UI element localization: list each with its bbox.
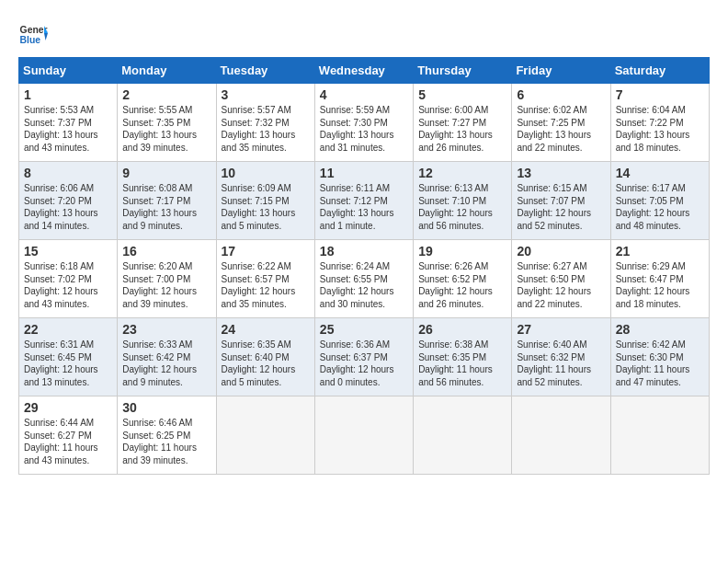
day-info-line: and 35 minutes. (222, 298, 310, 311)
day-number: 25 (320, 322, 408, 337)
day-cell-9: 9Sunrise: 6:08 AMSunset: 7:17 PMDaylight… (118, 162, 216, 240)
day-info-line: and 26 minutes. (418, 142, 506, 155)
day-info-line: Sunset: 7:22 PM (616, 117, 704, 130)
empty-cell (512, 396, 610, 475)
week-row-2: 15Sunrise: 6:18 AMSunset: 7:02 PMDayligh… (19, 240, 710, 318)
col-header-tuesday: Tuesday (216, 58, 314, 84)
day-info-line: Sunset: 7:07 PM (517, 195, 605, 208)
day-cell-20: 20Sunrise: 6:27 AMSunset: 6:50 PMDayligh… (512, 240, 610, 318)
day-number: 26 (418, 322, 506, 337)
day-info-line: and 22 minutes. (517, 298, 605, 311)
day-info-line: Sunset: 6:37 PM (320, 351, 408, 364)
day-cell-25: 25Sunrise: 6:36 AMSunset: 6:37 PMDayligh… (314, 318, 413, 396)
day-info-line: Sunrise: 6:27 AM (517, 260, 605, 273)
day-info-line: Sunset: 6:55 PM (320, 273, 408, 286)
col-header-saturday: Saturday (610, 58, 709, 84)
svg-marker-3 (44, 33, 48, 40)
day-info-line: Sunrise: 6:04 AM (616, 104, 704, 117)
day-info-line: Daylight: 12 hours (616, 207, 704, 220)
day-number: 20 (517, 244, 605, 259)
day-info-line: Sunset: 7:15 PM (222, 195, 310, 208)
day-info-line: Sunset: 6:50 PM (517, 273, 605, 286)
day-info-line: Daylight: 13 hours (122, 207, 210, 220)
day-info-line: Daylight: 12 hours (122, 363, 210, 376)
day-info-line: Sunset: 7:27 PM (418, 117, 506, 130)
day-info-line: Sunrise: 6:44 AM (24, 417, 112, 430)
day-info-line: and 52 minutes. (517, 220, 605, 233)
day-info-line: Sunset: 6:25 PM (122, 430, 210, 442)
day-info-line: Sunset: 6:52 PM (418, 273, 506, 286)
day-info-line: Daylight: 13 hours (24, 129, 112, 142)
day-info-line: Sunrise: 6:26 AM (418, 260, 506, 273)
day-number: 16 (122, 244, 210, 259)
day-info-line: Daylight: 13 hours (517, 129, 605, 142)
header-row: SundayMondayTuesdayWednesdayThursdayFrid… (19, 58, 710, 84)
day-number: 10 (222, 166, 310, 180)
day-info-line: Sunrise: 6:17 AM (616, 182, 704, 195)
day-info-line: and 5 minutes. (222, 220, 310, 233)
day-cell-24: 24Sunrise: 6:35 AMSunset: 6:40 PMDayligh… (216, 318, 314, 396)
day-info-line: Daylight: 11 hours (418, 363, 506, 376)
day-info-line: and 39 minutes. (122, 142, 210, 155)
day-info-line: and 31 minutes. (320, 142, 408, 155)
day-info-line: Sunrise: 5:57 AM (222, 104, 310, 117)
day-cell-18: 18Sunrise: 6:24 AMSunset: 6:55 PMDayligh… (314, 240, 413, 318)
day-number: 1 (24, 87, 112, 102)
day-cell-15: 15Sunrise: 6:18 AMSunset: 7:02 PMDayligh… (19, 240, 118, 318)
day-info-line: Daylight: 12 hours (24, 363, 112, 376)
day-cell-7: 7Sunrise: 6:04 AMSunset: 7:22 PMDaylight… (610, 84, 709, 162)
empty-cell (216, 396, 314, 475)
day-cell-5: 5Sunrise: 6:00 AMSunset: 7:27 PMDaylight… (414, 84, 512, 162)
empty-cell (414, 396, 512, 475)
day-info-line: Sunrise: 6:38 AM (418, 339, 506, 351)
week-row-4: 29Sunrise: 6:44 AMSunset: 6:27 PMDayligh… (19, 396, 710, 475)
day-number: 6 (517, 87, 605, 102)
day-info-line: Sunset: 7:30 PM (320, 117, 408, 130)
day-info-line: Sunrise: 6:22 AM (222, 260, 310, 273)
day-info-line: Daylight: 11 hours (24, 442, 112, 454)
day-info-line: Sunrise: 6:36 AM (320, 339, 408, 351)
empty-cell (314, 396, 413, 475)
svg-text:General: General (20, 25, 48, 35)
day-info-line: Daylight: 13 hours (320, 129, 408, 142)
day-info-line: Daylight: 11 hours (517, 363, 605, 376)
day-info-line: Daylight: 12 hours (418, 285, 506, 298)
day-cell-26: 26Sunrise: 6:38 AMSunset: 6:35 PMDayligh… (414, 318, 512, 396)
day-info-line: Sunrise: 6:33 AM (122, 339, 210, 351)
day-info-line: Daylight: 12 hours (320, 363, 408, 376)
day-info-line: Sunrise: 6:18 AM (24, 260, 112, 273)
day-info-line: and 39 minutes. (122, 454, 210, 467)
day-info-line: Sunset: 6:42 PM (122, 351, 210, 364)
day-info-line: Sunrise: 5:55 AM (122, 104, 210, 117)
day-info-line: Daylight: 13 hours (418, 129, 506, 142)
day-info-line: and 26 minutes. (418, 298, 506, 311)
day-info-line: Daylight: 12 hours (222, 285, 310, 298)
day-info-line: Sunrise: 6:35 AM (222, 339, 310, 351)
day-number: 28 (616, 322, 704, 337)
week-row-0: 1Sunrise: 5:53 AMSunset: 7:37 PMDaylight… (19, 84, 710, 162)
day-info-line: Sunrise: 6:15 AM (517, 182, 605, 195)
day-info-line: Sunrise: 6:11 AM (320, 182, 408, 195)
day-number: 29 (24, 400, 112, 415)
day-info-line: Sunset: 6:45 PM (24, 351, 112, 364)
day-cell-19: 19Sunrise: 6:26 AMSunset: 6:52 PMDayligh… (414, 240, 512, 318)
day-info-line: Sunrise: 6:46 AM (122, 417, 210, 430)
day-cell-14: 14Sunrise: 6:17 AMSunset: 7:05 PMDayligh… (610, 162, 709, 240)
day-number: 11 (320, 166, 408, 180)
day-info-line: and 39 minutes. (122, 298, 210, 311)
day-info-line: Daylight: 12 hours (517, 207, 605, 220)
day-info-line: Daylight: 11 hours (122, 442, 210, 454)
day-info-line: and 43 minutes. (24, 142, 112, 155)
day-info-line: Sunrise: 6:02 AM (517, 104, 605, 117)
day-info-line: Sunrise: 6:29 AM (616, 260, 704, 273)
day-info-line: Sunset: 7:32 PM (222, 117, 310, 130)
day-info-line: Sunset: 7:25 PM (517, 117, 605, 130)
day-info-line: and 0 minutes. (320, 376, 408, 389)
day-number: 23 (122, 322, 210, 337)
day-number: 17 (222, 244, 310, 259)
day-info-line: Sunset: 6:32 PM (517, 351, 605, 364)
day-number: 24 (222, 322, 310, 337)
day-info-line: Daylight: 13 hours (616, 129, 704, 142)
day-info-line: and 47 minutes. (616, 376, 704, 389)
day-info-line: Sunset: 7:12 PM (320, 195, 408, 208)
